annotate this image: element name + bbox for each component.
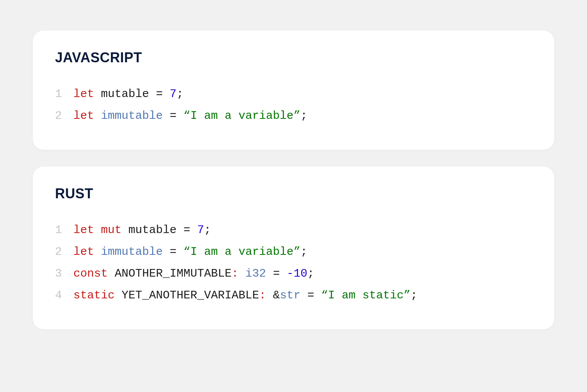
code-token (266, 289, 273, 302)
code-token: 7 (170, 87, 177, 100)
code-token (94, 109, 101, 122)
code-token: let (73, 109, 94, 122)
line-number: 2 (55, 241, 73, 263)
code-line: 1let mut mutable = 7; (55, 219, 532, 241)
code-token: static (73, 289, 115, 302)
code-token: : (232, 267, 238, 280)
line-content: static YET_ANOTHER_VARIABLE: &str = “I a… (73, 285, 417, 306)
code-line: 2let immutable = “I am a variable”; (55, 241, 532, 263)
code-token: 7 (197, 224, 204, 236)
line-content: let immutable = “I am a variable”; (73, 241, 307, 263)
code-token: = (266, 267, 287, 280)
code-token: mutable (94, 87, 156, 100)
code-token: “I am a variable” (183, 245, 300, 258)
code-token: ; (410, 289, 417, 302)
code-token: mutable = (122, 224, 197, 236)
code-token: i32 (245, 267, 266, 280)
line-number: 1 (55, 83, 73, 105)
code-line: 1let mutable = 7; (55, 83, 532, 105)
code-token: = (163, 245, 183, 258)
code-token: ; (177, 87, 183, 100)
code-line: 2let immutable = “I am a variable”; (55, 105, 532, 127)
code-token: immutable (101, 245, 163, 258)
card-title: RUST (55, 186, 532, 202)
code-token: immutable (101, 109, 163, 122)
code-token: : (259, 289, 266, 302)
code-token: YET_ANOTHER_VARIABLE (115, 289, 259, 302)
code-token: “I am a variable” (183, 109, 300, 122)
code-token: = (300, 289, 321, 302)
line-content: const ANOTHER_IMMUTABLE: i32 = -10; (73, 263, 314, 285)
line-content: let mut mutable = 7; (73, 219, 211, 241)
code-token: ; (307, 267, 314, 280)
code-token: let (73, 87, 94, 100)
code-token: ; (300, 245, 307, 258)
line-content: let immutable = “I am a variable”; (73, 105, 307, 127)
code-token: = (163, 109, 183, 122)
code-token: “I am static” (321, 289, 410, 302)
code-token: let (73, 245, 94, 258)
code-token: & (273, 289, 280, 302)
code-card-rust: RUST1let mut mutable = 7;2let immutable … (33, 167, 554, 329)
code-token: -10 (287, 267, 307, 280)
code-token: let mut (73, 224, 122, 236)
line-content: let mutable = 7; (73, 83, 183, 105)
code-token: ; (204, 224, 211, 236)
line-number: 2 (55, 105, 73, 127)
code-card-javascript: JAVASCRIPT1let mutable = 7;2let immutabl… (33, 31, 554, 150)
code-token: ANOTHER_IMMUTABLE (108, 267, 232, 280)
line-number: 3 (55, 263, 73, 285)
code-line: 3const ANOTHER_IMMUTABLE: i32 = -10; (55, 263, 532, 285)
code-token (238, 267, 245, 280)
line-number: 4 (55, 285, 73, 306)
code-line: 4static YET_ANOTHER_VARIABLE: &str = “I … (55, 285, 532, 306)
code-comparison-container: JAVASCRIPT1let mutable = 7;2let immutabl… (33, 31, 554, 329)
code-token: str (280, 289, 300, 302)
line-number: 1 (55, 219, 73, 241)
code-token (94, 245, 101, 258)
code-token: ; (300, 109, 307, 122)
code-token: = (156, 87, 170, 100)
card-title: JAVASCRIPT (55, 50, 532, 66)
code-token: const (73, 267, 108, 280)
